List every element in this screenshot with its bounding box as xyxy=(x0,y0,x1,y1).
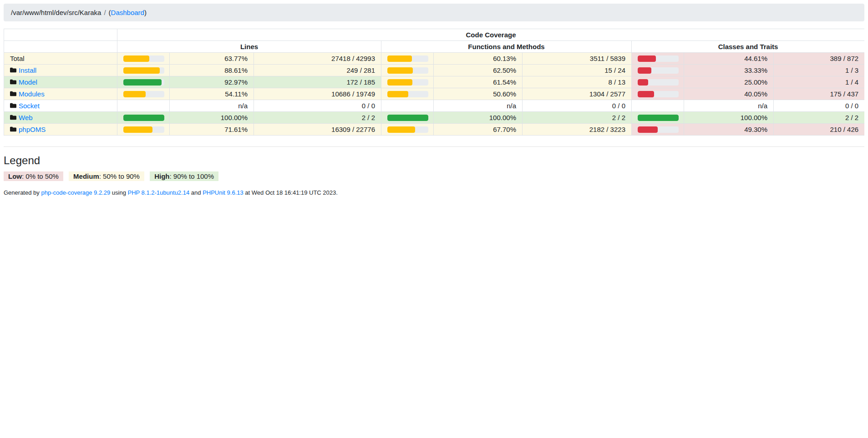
classes-progress-bar xyxy=(638,67,651,74)
row-label: Total xyxy=(10,55,25,62)
classes-bar-cell xyxy=(632,124,684,136)
classes-bar-cell xyxy=(632,100,684,112)
lines-ratio: 10686 / 19749 xyxy=(254,88,381,100)
classes-percent: 44.61% xyxy=(684,53,774,65)
classes-ratio: 1 / 4 xyxy=(774,76,865,88)
name-cell: Socket xyxy=(4,100,117,112)
breadcrumb-separator: / xyxy=(101,9,108,16)
classes-progress-bar xyxy=(638,55,656,62)
classes-percent: n/a xyxy=(684,100,774,112)
functions-progress-track xyxy=(387,91,428,97)
functions-progress-track xyxy=(387,67,428,74)
divider xyxy=(4,146,864,147)
functions-progress-bar xyxy=(387,91,408,97)
table-row: Web 100.00% 2 / 2 100.00% 2 / 2 100.00% … xyxy=(4,112,865,124)
lines-progress-bar xyxy=(123,126,152,133)
generated-by-line: Generated by php-code-coverage 9.2.29 us… xyxy=(4,189,864,196)
footer-text: and xyxy=(191,189,201,196)
directory-link[interactable]: Model xyxy=(19,78,37,86)
lines-progress-track xyxy=(123,91,164,97)
folder-icon xyxy=(10,114,16,121)
functions-bar-cell xyxy=(381,76,434,88)
lines-progress-bar xyxy=(123,55,149,62)
lines-percent: 71.61% xyxy=(170,124,254,136)
functions-percent: 67.70% xyxy=(434,124,523,136)
directory-link[interactable]: Install xyxy=(19,66,36,74)
folder-icon xyxy=(10,67,16,73)
functions-percent: 50.60% xyxy=(434,88,523,100)
lines-ratio: 0 / 0 xyxy=(254,100,381,112)
functions-ratio: 2182 / 3223 xyxy=(523,124,632,136)
legend-item-high: High: 90% to 100% xyxy=(150,171,218,181)
functions-bar-cell xyxy=(381,88,434,100)
table-row: Modules 54.11% 10686 / 19749 50.60% 1304… xyxy=(4,88,865,100)
functions-bar-cell xyxy=(381,65,434,76)
classes-progress-bar xyxy=(638,91,654,97)
table-row: Total 63.77% 27418 / 42993 60.13% 3511 /… xyxy=(4,53,865,65)
php-code-coverage-link[interactable]: php-code-coverage 9.2.29 xyxy=(41,189,110,196)
lines-progress-track xyxy=(123,115,164,121)
name-cell: Install xyxy=(4,65,117,76)
folder-icon xyxy=(10,91,16,97)
legend-item-medium: Medium: 50% to 90% xyxy=(69,171,144,181)
classes-bar-cell xyxy=(632,53,684,65)
classes-ratio: 0 / 0 xyxy=(774,100,865,112)
phpunit-link[interactable]: PHPUnit 9.6.13 xyxy=(203,189,244,196)
group-header-functions: Functions and Methods xyxy=(381,41,632,53)
legend-label: Low xyxy=(8,172,22,180)
lines-percent: 63.77% xyxy=(170,53,254,65)
directory-link[interactable]: Socket xyxy=(19,102,40,110)
table-row: Model 92.97% 172 / 185 61.54% 8 / 13 25.… xyxy=(4,76,865,88)
functions-progress-bar xyxy=(387,115,428,121)
classes-bar-cell xyxy=(632,65,684,76)
functions-progress-bar xyxy=(387,55,412,62)
group-header-lines: Lines xyxy=(117,41,381,53)
group-header-classes: Classes and Traits xyxy=(632,41,865,53)
functions-ratio: 3511 / 5839 xyxy=(523,53,632,65)
legend-item-low: Low: 0% to 50% xyxy=(4,171,63,181)
lines-ratio: 2 / 2 xyxy=(254,112,381,124)
functions-percent: 62.50% xyxy=(434,65,523,76)
table-title: Code Coverage xyxy=(117,29,865,41)
table-title-row: Code Coverage xyxy=(4,29,865,41)
footer-text: Generated by xyxy=(4,189,40,196)
directory-link[interactable]: Web xyxy=(19,114,33,121)
footer-text: at Wed Oct 18 16:41:19 UTC 2023. xyxy=(245,189,338,196)
functions-progress-track xyxy=(387,126,428,133)
functions-progress-track xyxy=(387,79,428,86)
classes-progress-bar xyxy=(638,79,648,86)
dashboard-link[interactable]: Dashboard xyxy=(111,9,144,16)
lines-bar-cell xyxy=(117,53,170,65)
legend-range: : 0% to 50% xyxy=(22,172,59,180)
functions-ratio: 0 / 0 xyxy=(523,100,632,112)
functions-percent: 100.00% xyxy=(434,112,523,124)
directory-link[interactable]: phpOMS xyxy=(19,126,46,133)
functions-progress-track xyxy=(387,115,428,121)
lines-progress-bar xyxy=(123,67,160,74)
classes-percent: 40.05% xyxy=(684,88,774,100)
lines-bar-cell xyxy=(117,88,170,100)
lines-bar-cell xyxy=(117,124,170,136)
classes-progress-track xyxy=(638,67,679,74)
lines-percent: n/a xyxy=(170,100,254,112)
functions-bar-cell xyxy=(381,124,434,136)
functions-bar-cell xyxy=(381,100,434,112)
functions-ratio: 2 / 2 xyxy=(523,112,632,124)
paren-close: ) xyxy=(144,9,147,16)
functions-percent: 61.54% xyxy=(434,76,523,88)
name-cell: Modules xyxy=(4,88,117,100)
legend-label: High xyxy=(154,172,169,180)
functions-progress-bar xyxy=(387,79,412,86)
classes-bar-cell xyxy=(632,88,684,100)
folder-icon xyxy=(10,102,16,109)
php-version-link[interactable]: PHP 8.1.2-1ubuntu2.14 xyxy=(128,189,190,196)
empty-header-cell xyxy=(4,41,117,53)
lines-ratio: 16309 / 22776 xyxy=(254,124,381,136)
directory-link[interactable]: Modules xyxy=(19,90,45,98)
legend-label: Medium xyxy=(73,172,99,180)
lines-progress-bar xyxy=(123,115,164,121)
table-row: Install 88.61% 249 / 281 62.50% 15 / 24 … xyxy=(4,65,865,76)
lines-progress-track xyxy=(123,79,164,86)
name-cell: Model xyxy=(4,76,117,88)
functions-ratio: 8 / 13 xyxy=(523,76,632,88)
